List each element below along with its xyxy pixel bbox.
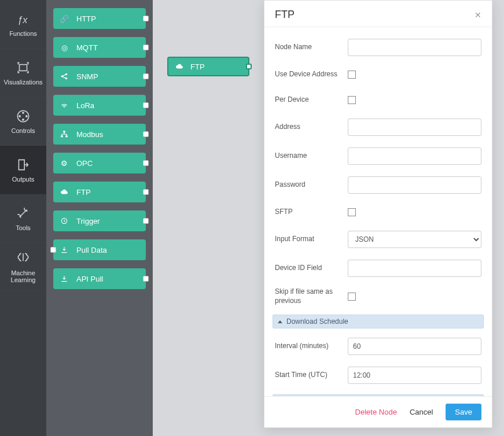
section-label: Download Schedule	[286, 317, 348, 326]
rail-item-outputs[interactable]: Outputs	[0, 146, 46, 194]
output-port[interactable]	[143, 160, 149, 166]
node-name-input[interactable]	[348, 39, 481, 56]
label-interval: Interval (minutes)	[275, 342, 348, 351]
skip-if-same-checkbox[interactable]	[348, 293, 356, 301]
label-input-format: Input Format	[275, 235, 348, 244]
label-username: Username	[275, 152, 348, 161]
svg-rect-10	[63, 131, 65, 132]
output-port[interactable]	[143, 102, 149, 108]
rail-item-tools[interactable]: Tools	[0, 194, 46, 243]
use-device-address-checkbox[interactable]	[348, 71, 356, 79]
palette-node-label: API Pull	[76, 275, 103, 283]
palette-node-apipull[interactable]: API Pull	[53, 268, 146, 289]
rail-label: Visualizations	[3, 79, 42, 86]
palette-node-modbus[interactable]: Modbus	[53, 124, 146, 145]
close-icon[interactable]: ✕	[474, 10, 481, 20]
svg-point-8	[65, 73, 68, 76]
cloud-icon	[59, 188, 69, 196]
palette-node-label: HTTP	[76, 14, 96, 23]
cloud-icon	[174, 62, 185, 71]
save-button[interactable]: Save	[446, 404, 481, 420]
output-port[interactable]	[143, 276, 149, 282]
delete-node-button[interactable]: Delete Node	[355, 408, 397, 416]
device-id-field-input[interactable]	[348, 260, 481, 277]
gear-icon: ⚙	[59, 159, 69, 168]
address-input[interactable]	[348, 119, 481, 136]
palette-node-label: OPC	[76, 159, 93, 168]
label-device-id-field: Device ID Field	[275, 264, 348, 273]
output-port[interactable]	[143, 218, 149, 224]
palette-node-http[interactable]: 🔗 HTTP	[53, 8, 146, 29]
rail-label: Functions	[9, 30, 37, 37]
palette-node-snmp[interactable]: SNMP	[53, 66, 146, 87]
cancel-button[interactable]: Cancel	[410, 408, 433, 416]
rail-label: Machine Learning	[0, 269, 46, 283]
input-format-select[interactable]: JSON	[348, 231, 481, 248]
panel-footer: Delete Node Cancel Save	[264, 396, 492, 427]
label-per-device: Per Device	[275, 95, 348, 105]
caret-up-icon	[278, 320, 282, 323]
label-node-name: Node Name	[275, 43, 348, 52]
rail-item-controls[interactable]: Controls	[0, 97, 46, 146]
svg-point-4	[23, 119, 24, 120]
label-sftp: SFTP	[275, 208, 348, 217]
output-port[interactable]	[143, 189, 149, 195]
palette-node-opc[interactable]: ⚙ OPC	[53, 153, 146, 173]
palette-node-pulldata[interactable]: Pull Data	[53, 239, 146, 260]
download-icon	[59, 246, 69, 254]
start-time-input[interactable]	[348, 367, 481, 384]
panel-body: Node Name Use Device Address Per Device …	[264, 27, 492, 396]
svg-point-5	[19, 115, 20, 116]
share-icon	[59, 72, 69, 80]
config-panel: FTP ✕ Node Name Use Device Address Per D…	[264, 0, 492, 428]
password-input[interactable]	[348, 176, 481, 194]
palette-node-label: SNMP	[76, 72, 98, 81]
panel-title: FTP	[275, 9, 295, 21]
palette-node-lora[interactable]: LoRa	[53, 95, 146, 116]
palette-node-label: Trigger	[76, 217, 100, 226]
palette-node-label: Pull Data	[76, 246, 107, 254]
palette-node-mqtt[interactable]: ◎ MQTT	[53, 37, 146, 58]
output-port[interactable]	[143, 45, 149, 50]
wifi-icon	[59, 101, 69, 109]
sftp-checkbox[interactable]	[348, 208, 356, 216]
username-input[interactable]	[348, 147, 481, 165]
palette-node-label: LoRa	[76, 101, 94, 110]
download-icon	[59, 275, 69, 283]
palette-node-label: MQTT	[76, 43, 98, 52]
tools-icon	[16, 206, 31, 221]
node-palette: 🔗 HTTP ◎ MQTT SNMP LoRa Modbus ⚙ OPC FTP…	[46, 0, 153, 436]
palette-node-label: Modbus	[76, 130, 103, 139]
rail-item-visualizations[interactable]: Visualizations	[0, 49, 46, 97]
per-device-checkbox[interactable]	[348, 96, 356, 104]
clock-icon	[59, 217, 69, 225]
output-port[interactable]	[143, 73, 149, 79]
svg-point-7	[61, 75, 64, 77]
interval-input[interactable]	[348, 338, 481, 355]
rail-label: Outputs	[12, 176, 35, 183]
rail-item-ml[interactable]: Machine Learning	[0, 243, 46, 291]
link-icon: 🔗	[59, 14, 69, 23]
label-start-time: Start Time (UTC)	[275, 371, 348, 380]
output-port[interactable]	[143, 16, 149, 21]
svg-point-9	[65, 77, 68, 80]
canvas-node-label: FTP	[190, 62, 205, 71]
output-port[interactable]	[246, 64, 252, 69]
label-use-device-address: Use Device Address	[275, 70, 348, 79]
panel-header: FTP ✕	[264, 1, 492, 27]
section-download-schedule[interactable]: Download Schedule	[273, 315, 484, 328]
dpad-icon	[16, 109, 31, 124]
label-address: Address	[275, 123, 348, 132]
palette-node-label: FTP	[76, 188, 91, 197]
input-port[interactable]	[50, 247, 56, 253]
svg-rect-11	[61, 135, 63, 137]
canvas-node-ftp[interactable]: FTP	[167, 57, 249, 76]
export-icon	[16, 157, 31, 172]
svg-text:ƒx: ƒx	[17, 14, 28, 24]
brain-icon	[16, 251, 31, 266]
palette-node-ftp[interactable]: FTP	[53, 182, 146, 202]
svg-point-3	[23, 112, 24, 113]
palette-node-trigger[interactable]: Trigger	[53, 210, 146, 231]
rail-item-functions[interactable]: ƒx Functions	[0, 0, 46, 49]
output-port[interactable]	[143, 131, 149, 137]
